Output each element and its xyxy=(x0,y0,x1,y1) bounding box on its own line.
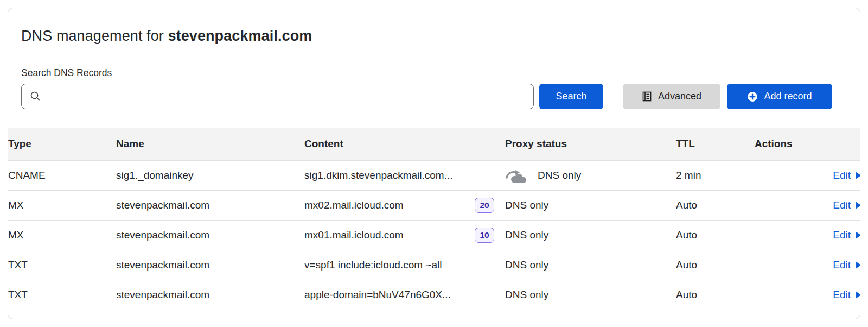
dns-management-card: DNS management forstevenpackmail.com Sea… xyxy=(8,8,860,319)
record-content: mx02.mail.icloud.com xyxy=(304,199,404,211)
chevron-right-icon xyxy=(856,291,860,299)
edit-link-label: Edit xyxy=(833,169,851,181)
column-header-ttl: TTL xyxy=(676,128,755,160)
record-name: stevenpackmail.com xyxy=(116,250,304,280)
record-content: sig1.dkim.stevenpackmail.com... xyxy=(304,169,453,181)
edit-link-label: Edit xyxy=(833,259,851,271)
advanced-button-label: Advanced xyxy=(658,91,701,102)
record-name: stevenpackmail.com xyxy=(116,190,304,220)
column-header-proxy-status: Proxy status xyxy=(505,128,676,160)
column-header-type: Type xyxy=(8,128,116,160)
record-ttl: Auto xyxy=(676,250,755,280)
chevron-right-icon xyxy=(856,172,860,179)
table-row: CNAME sig1._domainkey sig1.dkim.stevenpa… xyxy=(8,160,860,190)
search-button[interactable]: Search xyxy=(539,84,603,109)
dns-records-table: Type Name Content Proxy status TTL Actio… xyxy=(8,128,860,310)
proxy-status-text: DNS only xyxy=(505,259,548,271)
column-header-actions: Actions xyxy=(755,128,860,160)
record-content: apple-domain=bNuV47n6G0X... xyxy=(304,289,451,301)
search-dns-input[interactable] xyxy=(21,84,534,109)
column-header-content: Content xyxy=(304,128,505,160)
record-name: sig1._domainkey xyxy=(116,160,304,190)
record-ttl: Auto xyxy=(676,220,755,250)
table-row: TXT stevenpackmail.com v=spf1 include:ic… xyxy=(8,250,860,280)
edit-record-link[interactable]: Edit xyxy=(833,229,860,241)
proxy-status-text: DNS only xyxy=(505,289,548,301)
search-dns-records-label: Search DNS Records xyxy=(21,67,847,79)
edit-link-label: Edit xyxy=(833,289,851,301)
record-name: stevenpackmail.com xyxy=(116,220,304,250)
edit-record-link[interactable]: Edit xyxy=(833,169,860,181)
chevron-right-icon xyxy=(856,231,860,239)
record-content: mx01.mail.icloud.com xyxy=(304,229,404,241)
table-header-row: Type Name Content Proxy status TTL Actio… xyxy=(8,128,860,160)
record-type: MX xyxy=(8,190,116,220)
proxy-status-text: DNS only xyxy=(505,229,548,241)
edit-link-label: Edit xyxy=(833,229,851,241)
record-ttl: Auto xyxy=(676,280,755,310)
page-title: DNS management forstevenpackmail.com xyxy=(21,28,847,45)
advanced-button[interactable]: Advanced xyxy=(623,84,720,109)
edit-record-link[interactable]: Edit xyxy=(833,289,860,301)
record-ttl: 2 min xyxy=(676,160,755,190)
dns-only-cloud-icon xyxy=(505,167,528,184)
edit-link-label: Edit xyxy=(833,199,851,211)
advanced-list-icon xyxy=(642,91,652,102)
plus-circle-icon xyxy=(747,91,758,102)
record-content: v=spf1 include:icloud.com ~all xyxy=(304,259,442,271)
page-title-domain: stevenpackmail.com xyxy=(168,28,312,44)
record-type: TXT xyxy=(8,250,116,280)
record-type: CNAME xyxy=(8,160,116,190)
add-record-button[interactable]: Add record xyxy=(727,84,832,109)
toolbar: Search Advanced xyxy=(21,84,847,109)
edit-record-link[interactable]: Edit xyxy=(833,259,860,271)
table-row: MX stevenpackmail.com mx01.mail.icloud.c… xyxy=(8,220,860,250)
proxy-status-text: DNS only xyxy=(505,199,548,211)
chevron-right-icon xyxy=(856,261,860,269)
search-input-wrapper xyxy=(21,84,534,109)
column-header-name: Name xyxy=(116,128,304,160)
table-row: TXT stevenpackmail.com apple-domain=bNuV… xyxy=(8,280,860,310)
page-title-prefix: DNS management for xyxy=(21,28,164,44)
chevron-right-icon xyxy=(856,202,860,209)
mx-priority-badge: 20 xyxy=(475,198,494,213)
proxy-status-text: DNS only xyxy=(538,169,581,181)
edit-record-link[interactable]: Edit xyxy=(833,199,860,211)
add-record-button-label: Add record xyxy=(764,91,812,102)
record-name: stevenpackmail.com xyxy=(116,280,304,310)
mx-priority-badge: 10 xyxy=(475,228,494,243)
record-ttl: Auto xyxy=(676,190,755,220)
record-type: TXT xyxy=(8,280,116,310)
record-type: MX xyxy=(8,220,116,250)
table-row: MX stevenpackmail.com mx02.mail.icloud.c… xyxy=(8,190,860,220)
